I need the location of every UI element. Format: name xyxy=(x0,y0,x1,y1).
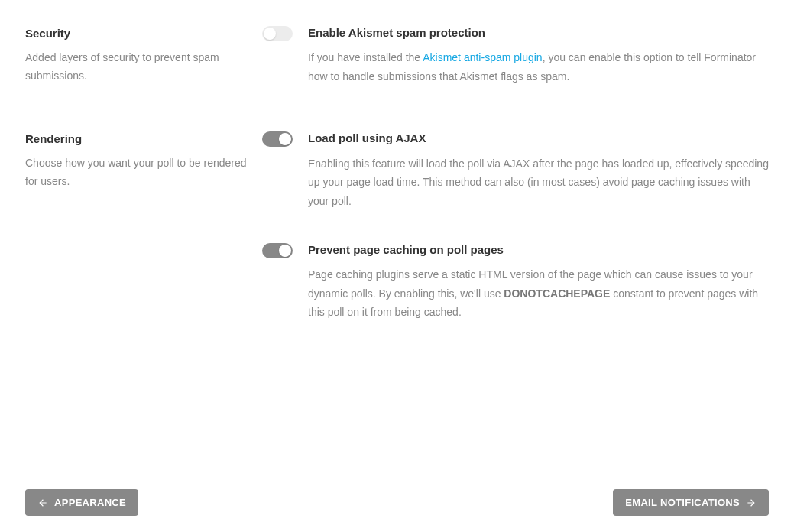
cache-bold: DONOTCACHEPAGE xyxy=(504,287,610,300)
arrow-right-icon xyxy=(746,498,757,508)
akismet-desc-pre: If you have installed the xyxy=(308,51,423,63)
akismet-toggle[interactable] xyxy=(262,26,293,41)
arrow-left-icon xyxy=(37,498,48,508)
section-body: Load poll using AJAX Enabling this featu… xyxy=(262,131,769,322)
setting-body: Load poll using AJAX Enabling this featu… xyxy=(308,131,769,210)
ajax-title: Load poll using AJAX xyxy=(308,131,769,146)
security-section: Security Added layers of security to pre… xyxy=(25,21,769,109)
cache-desc: Page caching plugins serve a static HTML… xyxy=(308,265,769,322)
security-desc: Added layers of security to prevent spam… xyxy=(25,49,247,86)
rendering-section: Rendering Choose how you want your poll … xyxy=(25,109,769,345)
rendering-desc: Choose how you want your poll to be rend… xyxy=(25,154,247,191)
ajax-setting: Load poll using AJAX Enabling this featu… xyxy=(262,131,769,210)
rendering-title: Rendering xyxy=(25,131,247,147)
appearance-button[interactable]: APPEARANCE xyxy=(25,489,138,516)
akismet-setting: Enable Akismet spam protection If you ha… xyxy=(262,25,769,86)
akismet-desc: If you have installed the Akismet anti-s… xyxy=(308,48,769,86)
email-notifications-button[interactable]: EMAIL NOTIFICATIONS xyxy=(613,489,769,516)
appearance-label: APPEARANCE xyxy=(54,497,126,508)
cache-title: Prevent page caching on poll pages xyxy=(308,242,769,258)
akismet-link[interactable]: Akismet anti-spam plugin xyxy=(423,51,542,63)
ajax-desc: Enabling this feature will load the poll… xyxy=(308,154,769,211)
section-header: Security Added layers of security to pre… xyxy=(25,25,262,86)
footer: APPEARANCE EMAIL NOTIFICATIONS xyxy=(2,475,792,530)
cache-toggle[interactable] xyxy=(262,243,293,258)
content-area: Security Added layers of security to pre… xyxy=(2,2,792,345)
akismet-title: Enable Akismet spam protection xyxy=(308,25,769,41)
setting-body: Enable Akismet spam protection If you ha… xyxy=(308,25,769,86)
setting-body: Prevent page caching on poll pages Page … xyxy=(308,242,769,322)
section-body: Enable Akismet spam protection If you ha… xyxy=(262,25,769,86)
section-header: Rendering Choose how you want your poll … xyxy=(25,131,262,322)
ajax-toggle[interactable] xyxy=(262,131,293,147)
email-notifications-label: EMAIL NOTIFICATIONS xyxy=(625,497,740,508)
security-title: Security xyxy=(25,25,247,41)
cache-setting: Prevent page caching on poll pages Page … xyxy=(262,242,769,322)
settings-panel: Security Added layers of security to pre… xyxy=(2,2,792,530)
